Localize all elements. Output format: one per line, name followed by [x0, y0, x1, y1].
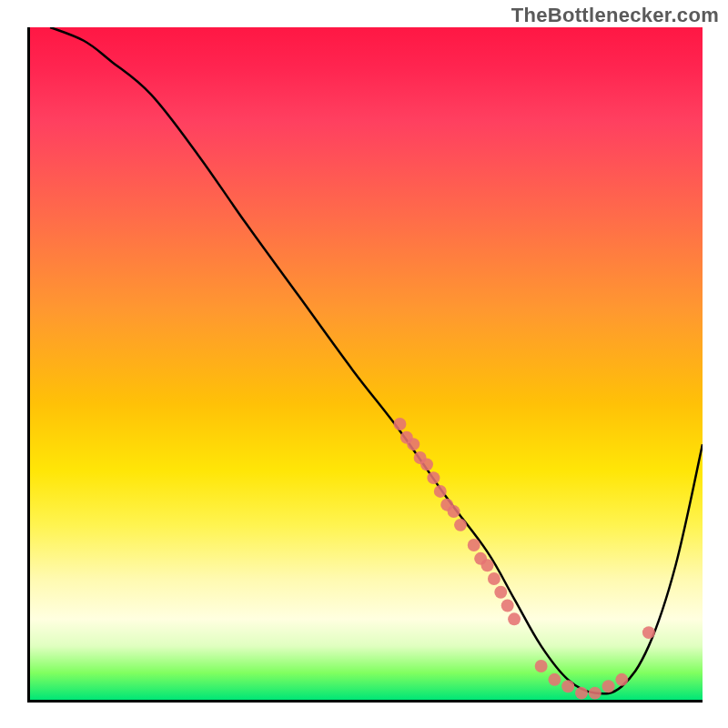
- chart-container: TheBottlenecker.com: [0, 0, 728, 728]
- gradient-background: [30, 27, 703, 700]
- plot-area: [27, 27, 703, 703]
- watermark-text: TheBottlenecker.com: [511, 4, 719, 27]
